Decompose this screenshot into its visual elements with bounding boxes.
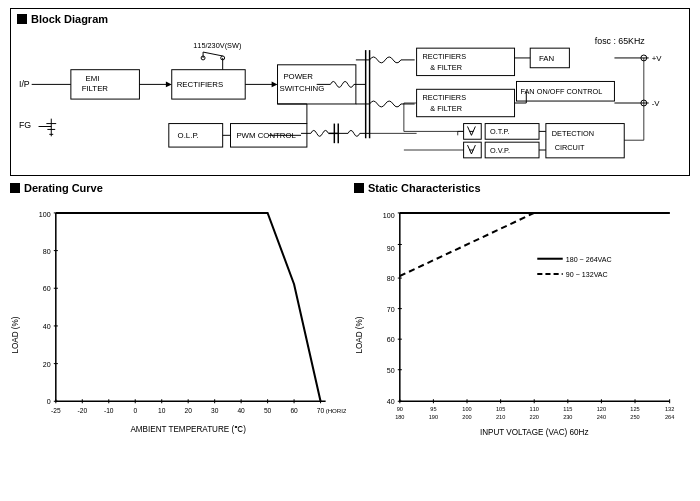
derating-chart: LOAD (%) 0 20 40 60 80 100 <box>10 198 346 462</box>
x-tick--25: -25 <box>51 407 61 414</box>
header-square-icon <box>17 14 27 24</box>
s-x-220: 220 <box>530 414 539 420</box>
x-tick-10: 10 <box>158 407 166 414</box>
s-x-115: 115 <box>563 406 572 412</box>
derating-title: Derating Curve <box>24 182 103 194</box>
rect-filter-bot-label1: RECTIFIERS <box>422 93 466 102</box>
derating-y-label: LOAD (%) <box>11 316 20 353</box>
x-tick--20: -20 <box>78 407 88 414</box>
detection-label1: DETECTION <box>552 129 594 138</box>
s-y-80: 80 <box>387 275 395 283</box>
x-tick-60: 60 <box>290 407 298 414</box>
emi-filter-label: EMI <box>86 74 100 83</box>
s-x-132: 132 <box>665 406 674 412</box>
voltage-switch-label: 115/230V(SW) <box>193 41 241 50</box>
ip-label: I/P <box>19 79 30 89</box>
s-y-60: 60 <box>387 336 395 344</box>
s-x-120: 120 <box>597 406 606 412</box>
derating-header: Derating Curve <box>10 182 346 194</box>
rectifiers-label: RECTIFIERS <box>177 80 224 89</box>
x-tick-40: 40 <box>237 407 245 414</box>
derating-svg: LOAD (%) 0 20 40 60 80 100 <box>10 198 346 462</box>
svg-line-15 <box>203 52 223 56</box>
s-x-230: 230 <box>563 414 572 420</box>
x-tick-50: 50 <box>264 407 272 414</box>
olp-label: O.L.P. <box>178 131 199 140</box>
block-diagram-svg: fosc : 65KHz I/P FG EMI FILTER <box>17 29 683 177</box>
s-x-110: 110 <box>530 406 539 412</box>
s-y-100: 100 <box>383 212 395 220</box>
static-y-label: LOAD (%) <box>355 316 364 353</box>
svg-line-109 <box>400 213 534 276</box>
rect-filter-bot-label2: & FILTER <box>430 104 462 113</box>
power-switching-label1: POWER <box>283 72 313 81</box>
block-diagram-title: Block Diagram <box>31 13 108 25</box>
block-diagram-canvas: fosc : 65KHz I/P FG EMI FILTER <box>17 29 683 177</box>
derating-square-icon <box>10 183 20 193</box>
x-tick-0: 0 <box>133 407 137 414</box>
svg-marker-11 <box>272 81 278 87</box>
y-tick-40: 40 <box>43 323 51 331</box>
s-x-210: 210 <box>496 414 505 420</box>
legend-dashed-label: 90 ~ 132VAC <box>566 271 608 279</box>
s-x-90: 90 <box>397 406 403 412</box>
y-tick-80: 80 <box>43 248 51 256</box>
s-x-240: 240 <box>597 414 606 420</box>
s-x-264: 264 <box>665 414 674 420</box>
derating-section: Derating Curve LOAD (%) 0 20 40 <box>10 182 346 462</box>
static-chart: LOAD (%) 40 50 60 70 80 <box>354 198 690 462</box>
emi-filter-label2: FILTER <box>82 84 109 93</box>
static-svg: LOAD (%) 40 50 60 70 80 <box>354 198 690 462</box>
s-y-40: 40 <box>387 398 395 406</box>
s-y-70: 70 <box>387 306 395 314</box>
y-tick-100: 100 <box>39 211 51 219</box>
s-x-180: 180 <box>395 414 404 420</box>
rect-filter-top-label1: RECTIFIERS <box>422 52 466 61</box>
static-header: Static Characteristics <box>354 182 690 194</box>
x-tick-70: 70 <box>317 407 325 414</box>
y-tick-0: 0 <box>47 398 51 406</box>
x-tick--10: -10 <box>104 407 114 414</box>
minus-v-label: -V <box>652 99 661 108</box>
fan-control-label: FAN ON/OFF CONTROL <box>520 87 602 96</box>
s-y-90: 90 <box>387 245 395 253</box>
bottom-row: Derating Curve LOAD (%) 0 20 40 <box>10 182 690 462</box>
power-switching-label2: SWITCHING <box>279 84 324 93</box>
svg-marker-8 <box>166 81 172 87</box>
static-section: Static Characteristics LOAD (%) 40 50 <box>354 182 690 462</box>
s-x-105: 105 <box>496 406 505 412</box>
rect-filter-top-label2: & FILTER <box>430 63 462 72</box>
s-y-50: 50 <box>387 367 395 375</box>
y-tick-20: 20 <box>43 361 51 369</box>
s-x-250: 250 <box>630 414 639 420</box>
detection-label2: CIRCUIT <box>555 143 585 152</box>
s-x-95: 95 <box>430 406 436 412</box>
fan-label: FAN <box>539 54 555 63</box>
block-diagram-section: Block Diagram fosc : 65KHz I/P FG <box>10 8 690 176</box>
fosc-label: fosc : 65KHz <box>595 36 645 46</box>
s-x-125: 125 <box>630 406 639 412</box>
y-tick-60: 60 <box>43 285 51 293</box>
otp-label: O.T.P. <box>490 127 509 136</box>
static-x-label: INPUT VOLTAGE (VAC) 60Hz <box>480 428 589 437</box>
horizontal-label: (HORIZONTAL) <box>326 407 346 414</box>
static-title: Static Characteristics <box>368 182 481 194</box>
x-tick-30: 30 <box>211 407 219 414</box>
ovp-label: O.V.P. <box>490 146 510 155</box>
x-tick-20: 20 <box>185 407 193 414</box>
page: Block Diagram fosc : 65KHz I/P FG <box>0 0 700 501</box>
static-square-icon <box>354 183 364 193</box>
fg-label: FG <box>19 120 31 130</box>
s-x-200: 200 <box>462 414 471 420</box>
s-x-190: 190 <box>429 414 438 420</box>
s-x-100: 100 <box>462 406 471 412</box>
derating-x-label: AMBIENT TEMPERATURE (℃) <box>130 425 246 434</box>
plus-v-label: +V <box>652 54 663 63</box>
legend-solid-label: 180 ~ 264VAC <box>566 256 612 264</box>
block-diagram-header: Block Diagram <box>17 13 683 25</box>
